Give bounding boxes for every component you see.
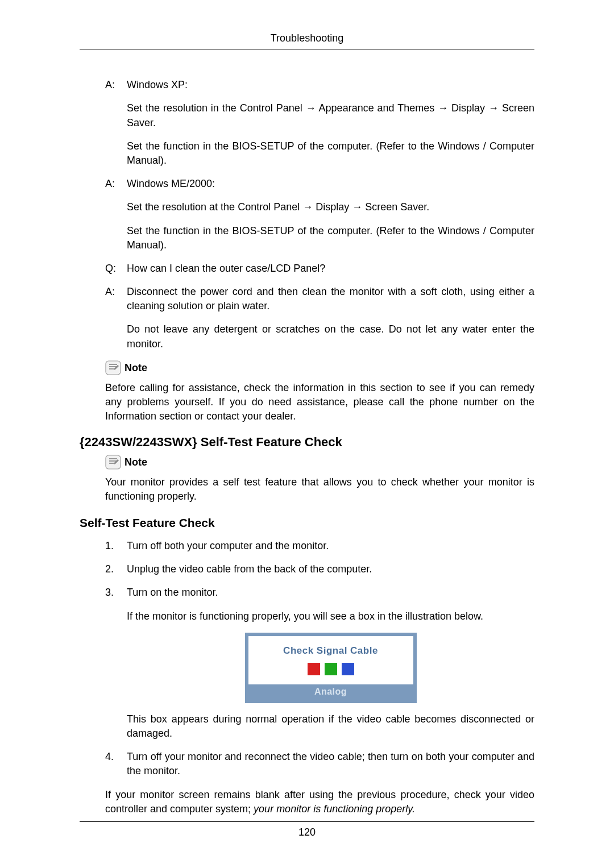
step-number: 1. — [105, 539, 127, 553]
svg-rect-0 — [106, 361, 121, 375]
svg-rect-1 — [106, 455, 121, 469]
qa-marker: A: — [105, 177, 127, 252]
note-icon — [105, 360, 121, 375]
step-number: 4. — [105, 750, 127, 778]
check-signal-cable-illustration: Check Signal Cable Analog — [245, 633, 417, 703]
step-text: This box appears during normal operation… — [127, 712, 534, 741]
section-heading: {2243SW/2243SWX} Self-Test Feature Check — [80, 434, 534, 451]
illustration-analog-label: Analog — [248, 684, 413, 699]
step-text: Turn on the monitor. — [127, 585, 534, 600]
step-number: 3. — [105, 585, 127, 741]
illustration-text: Check Signal Cable — [252, 644, 410, 658]
note-icon — [105, 455, 121, 470]
closing-italic: your monitor is functioning properly. — [254, 803, 415, 815]
qa-marker: A: — [105, 78, 127, 168]
note-label: Note — [125, 361, 147, 375]
note-heading: Note — [80, 360, 534, 375]
step-item: 2. Unplug the video cable from the back … — [80, 562, 534, 576]
step-text: Unplug the video cable from the back of … — [127, 562, 534, 576]
qa-answer: A: Windows XP: Set the resolution in the… — [80, 78, 534, 168]
step-text: Turn off your monitor and reconnect the … — [127, 750, 534, 778]
page-number: 120 — [298, 827, 316, 838]
step-item: 3. Turn on the monitor. If the monitor i… — [80, 585, 534, 741]
qa-text: Set the resolution at the Control Panel … — [127, 200, 534, 214]
qa-text: Windows XP: — [127, 78, 534, 92]
step-number: 2. — [105, 562, 127, 576]
step-text: If the monitor is functioning properly, … — [127, 609, 534, 624]
page-header: Troubleshooting — [80, 31, 534, 49]
page-footer: 120 — [80, 821, 534, 840]
qa-text: Set the function in the BIOS-SETUP of th… — [127, 139, 534, 168]
qa-text: Do not leave any detergent or scratches … — [127, 322, 534, 351]
qa-text: Windows ME/2000: — [127, 177, 534, 191]
qa-text: Disconnect the power cord and then clean… — [127, 285, 534, 313]
closing-paragraph: If your monitor screen remains blank aft… — [80, 788, 534, 816]
blue-square-icon — [342, 663, 354, 675]
qa-answer: A: Windows ME/2000: Set the resolution a… — [80, 177, 534, 252]
note-label: Note — [125, 455, 147, 470]
qa-answer: A: Disconnect the power cord and then cl… — [80, 285, 534, 351]
qa-text: Set the resolution in the Control Panel … — [127, 101, 534, 130]
step-text: Turn off both your computer and the moni… — [127, 539, 534, 553]
red-square-icon — [308, 663, 320, 675]
green-square-icon — [325, 663, 337, 675]
note-text: Your monitor provides a self test featur… — [80, 475, 534, 504]
qa-text: Set the function in the BIOS-SETUP of th… — [127, 224, 534, 252]
qa-text: How can I clean the outer case/LCD Panel… — [127, 261, 534, 276]
note-heading: Note — [80, 455, 534, 470]
step-item: 1. Turn off both your computer and the m… — [80, 539, 534, 553]
qa-marker: Q: — [105, 261, 127, 276]
qa-question: Q: How can I clean the outer case/LCD Pa… — [80, 261, 534, 276]
note-text: Before calling for assistance, check the… — [80, 381, 534, 424]
qa-marker: A: — [105, 285, 127, 351]
subsection-heading: Self-Test Feature Check — [80, 514, 534, 531]
step-item: 4. Turn off your monitor and reconnect t… — [80, 750, 534, 778]
